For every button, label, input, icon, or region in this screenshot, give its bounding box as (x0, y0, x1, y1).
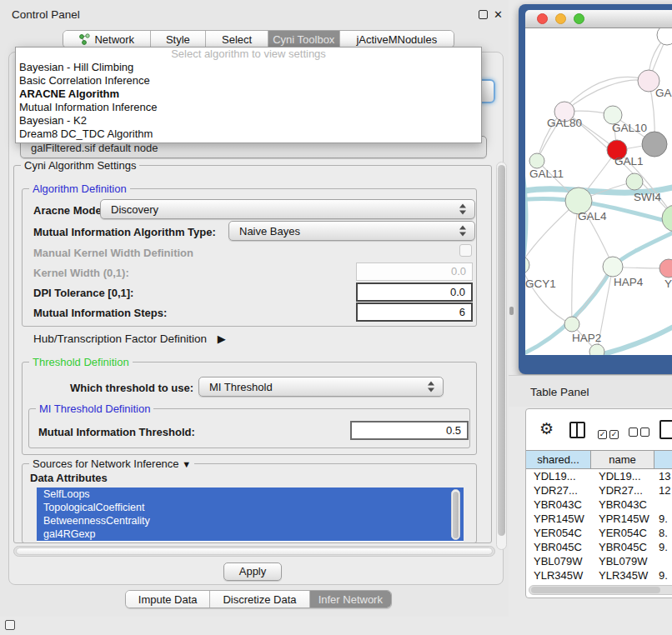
column-divider (576, 423, 578, 437)
table-horizontal-scrollbar[interactable] (529, 585, 672, 595)
network-node[interactable] (662, 205, 672, 232)
tab-infer-network[interactable]: Infer Network (310, 591, 391, 608)
network-window-titlebar[interactable] (525, 10, 672, 28)
mi-threshold-field[interactable]: 0.5 (350, 421, 469, 440)
zoom-window-icon[interactable] (574, 13, 584, 24)
mi-steps-field[interactable]: 6 (356, 302, 473, 322)
table-row[interactable]: YBL079W YBL079W (526, 554, 672, 568)
network-node[interactable] (657, 28, 672, 45)
settings-horizontal-scrollbar[interactable] (13, 546, 495, 557)
close-window-icon[interactable] (537, 13, 548, 24)
tab-network[interactable]: Network (63, 31, 151, 48)
expand-arrow-icon[interactable]: ▶ (218, 332, 226, 345)
kernel-width-field[interactable]: 0.0 (356, 262, 473, 281)
tab-style[interactable]: Style (151, 31, 207, 48)
float-panel-icon[interactable] (479, 10, 488, 19)
manual-kernel-label: Manual Kernel Width Definition (33, 247, 193, 259)
mi-type-combobox[interactable]: Naive Bayes (228, 221, 475, 241)
algorithm-option[interactable]: Mutual Information Inference (16, 101, 481, 114)
network-node[interactable] (626, 173, 643, 190)
table-panel-title: Table Panel (530, 386, 589, 398)
cell: YBR045C (591, 540, 654, 554)
network-node[interactable] (564, 317, 579, 332)
attributes-list-scrollbar-thumb[interactable] (453, 492, 459, 538)
network-icon (78, 33, 90, 45)
hub-definition-section[interactable]: Hub/Transcription Factor Definition ▶ (33, 332, 226, 345)
table-settings-gear-icon[interactable]: ⚙ (539, 421, 554, 437)
table-horizontal-scrollbar-thumb[interactable] (531, 587, 660, 593)
dpi-tolerance-field[interactable]: 0.0 (356, 282, 473, 302)
network-canvas[interactable]: GAL GAL80 GAL10 GAL1 GAL11 SWI4 GAL4 GCY… (525, 28, 672, 355)
unchecked-box-icon (629, 428, 638, 437)
attributes-list-scrollbar[interactable] (451, 489, 460, 540)
algorithm-option-selected[interactable]: ARACNE Algorithm (16, 88, 481, 101)
algorithm-option[interactable]: Bayesian - Hill Climbing (16, 61, 481, 74)
network-node[interactable] (525, 256, 529, 274)
table-row[interactable]: YDL19... YDL19... 13 (526, 469, 672, 483)
algorithm-option[interactable]: Dream8 DC_TDC Algorithm (16, 128, 481, 141)
cell: YBR043C (526, 498, 591, 512)
checked-box-icon: ✓ (609, 430, 619, 439)
cell: YBL079W (526, 554, 591, 568)
top-tab-strip: Network Style Select Cyni Toolbox jActiv… (63, 30, 454, 48)
table-row[interactable]: YLR345W YLR345W 9. (526, 568, 672, 582)
tab-cyni-toolbox-label: Cyni Toolbox (273, 33, 334, 46)
table-panel: ⚙ ✓✓ shared... name YDL19... YDL19... 13… (525, 408, 672, 598)
cell (654, 554, 672, 568)
algorithm-option[interactable]: Basic Correlation Inference (16, 74, 481, 88)
manual-kernel-checkbox[interactable] (459, 244, 472, 257)
settings-vertical-scrollbar[interactable] (496, 162, 507, 550)
column-header-partial[interactable] (654, 451, 672, 468)
column-layout-icon[interactable] (569, 422, 585, 438)
which-threshold-combobox[interactable]: MI Threshold (198, 377, 444, 397)
attribute-item[interactable]: SelfLoops (37, 488, 464, 501)
cell: YBL079W (591, 554, 654, 568)
column-header-name[interactable]: name (591, 451, 654, 468)
new-table-icon[interactable] (659, 420, 672, 439)
tab-impute-data[interactable]: Impute Data (126, 591, 210, 608)
table-header-row: shared... name (526, 450, 672, 469)
stepper-arrows-icon (459, 226, 467, 237)
select-all-checkboxes-icon[interactable]: ✓✓ (598, 425, 621, 440)
apply-button[interactable]: Apply (223, 562, 282, 581)
cell (654, 498, 672, 512)
sources-group-title: Sources for Network Inference ▼ (29, 458, 194, 470)
attribute-item[interactable]: TopologicalCoefficient (37, 501, 464, 514)
table-row[interactable]: YER054C YER054C 8. (526, 526, 672, 540)
cell: YDL19... (591, 469, 654, 483)
table-row[interactable]: YBR045C YBR045C 9. (526, 540, 672, 554)
close-panel-icon[interactable]: ✕ (494, 9, 503, 20)
attribute-item[interactable]: BetweennessCentrality (37, 514, 464, 528)
tab-cyni-toolbox[interactable]: Cyni Toolbox (268, 31, 340, 48)
minimized-panel-icon[interactable] (5, 620, 15, 630)
table-row[interactable]: YDR27... YDR27... 12 (526, 483, 672, 498)
minimize-window-icon[interactable] (555, 13, 566, 24)
table-row[interactable]: YBR043C YBR043C (526, 498, 672, 512)
network-node[interactable] (529, 153, 544, 168)
aracne-mode-label: Aracne Mode: (33, 204, 105, 217)
cell: YDR27... (526, 483, 591, 498)
tab-select[interactable]: Select (206, 31, 268, 48)
network-node[interactable] (589, 344, 604, 355)
node-label: GAL1 (614, 155, 644, 168)
tab-discretize-data[interactable]: Discretize Data (210, 591, 309, 608)
aracne-mode-combobox[interactable]: Discovery (100, 199, 475, 219)
algorithm-option[interactable]: Bayesian - K2 (16, 114, 481, 128)
panel-splitter-handle[interactable] (509, 307, 514, 315)
dpi-tolerance-label: DPI Tolerance [0,1]: (33, 287, 133, 299)
settings-vertical-scrollbar-thumb[interactable] (498, 165, 505, 536)
network-node-salmon[interactable] (659, 259, 672, 278)
cell: 12 (654, 483, 672, 498)
tab-jactivemnodules[interactable]: jActiveMNodules (340, 31, 454, 48)
checked-box-icon: ✓ (598, 430, 607, 439)
table-body: YDL19... YDL19... 13 YDR27... YDR27... 1… (526, 469, 672, 585)
settings-horizontal-scrollbar-thumb[interactable] (16, 548, 493, 555)
network-node[interactable] (603, 257, 623, 277)
deselect-all-checkboxes-icon[interactable] (629, 425, 652, 440)
mi-threshold-definition-title: MI Threshold Definition (36, 402, 153, 415)
network-node-gray[interactable] (642, 132, 667, 157)
collapse-arrow-icon[interactable]: ▼ (182, 459, 191, 469)
attribute-item[interactable]: gal4RGexp (37, 528, 464, 541)
column-header-shared-name[interactable]: shared... (526, 451, 591, 468)
table-row[interactable]: YPR145W YPR145W 9. (526, 512, 672, 526)
